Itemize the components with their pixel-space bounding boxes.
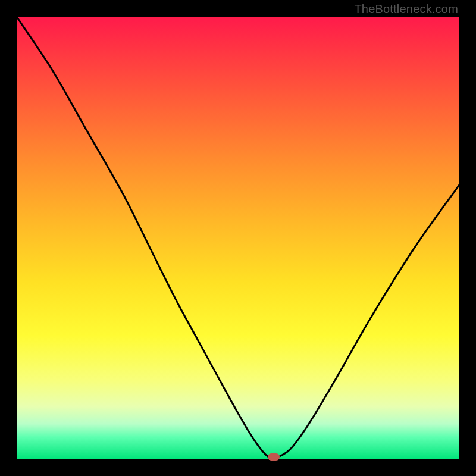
watermark-text: TheBottleneck.com [354,2,458,16]
chart-frame: TheBottleneck.com [0,0,476,476]
bottleneck-curve [17,17,459,458]
optimal-marker [268,453,280,461]
curve-svg [17,17,459,459]
plot-area [17,17,459,459]
